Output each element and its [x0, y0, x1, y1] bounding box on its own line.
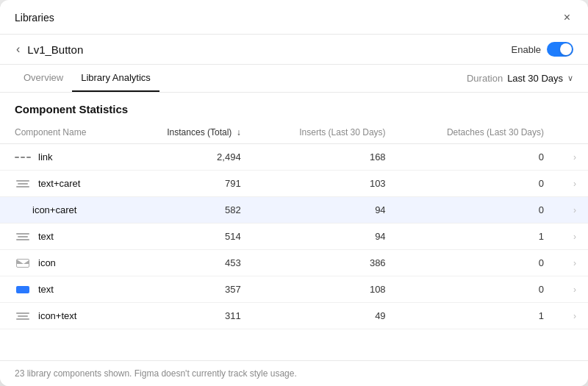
- duration-control[interactable]: Duration Last 30 Days ∨: [467, 73, 573, 84]
- row-chevron: ›: [559, 250, 588, 276]
- library-header-left: ‹ Lv1_Button: [15, 42, 83, 57]
- table-row[interactable]: text 357 108 0 ›: [0, 276, 588, 303]
- component-name-label: icon+text: [38, 310, 76, 321]
- cell-instances: 453: [126, 250, 256, 276]
- cell-inserts: 49: [256, 303, 401, 329]
- row-chevron: ›: [559, 197, 588, 224]
- cell-instances: 791: [126, 171, 256, 197]
- duration-label: Duration: [467, 73, 503, 84]
- section-title: Component Statistics: [0, 93, 588, 123]
- tabs: Overview Library Analytics: [15, 65, 159, 92]
- row-chevron: ›: [559, 224, 588, 250]
- col-inserts: Inserts (Last 30 Days): [256, 123, 401, 144]
- row-chevron: ›: [559, 144, 588, 171]
- component-name-label: text: [38, 231, 54, 242]
- tabs-row: Overview Library Analytics Duration Last…: [0, 65, 588, 93]
- cell-instances: 311: [126, 303, 256, 329]
- cell-detaches: 1: [401, 224, 559, 250]
- close-button[interactable]: ×: [561, 10, 573, 25]
- cell-instances: 582: [126, 197, 256, 224]
- cell-name: link: [0, 144, 126, 171]
- grid-icon: [15, 205, 25, 215]
- cell-detaches: 0: [401, 197, 559, 224]
- chevron-right-icon: ›: [573, 152, 576, 162]
- blue-rect-icon: [15, 285, 31, 295]
- cell-detaches: 1: [401, 303, 559, 329]
- table-row[interactable]: icon 453 386 0 ›: [0, 250, 588, 276]
- table-row[interactable]: icon+text 311 49 1 ›: [0, 303, 588, 329]
- col-instances[interactable]: Instances (Total) ↓: [126, 123, 256, 144]
- cell-instances: 357: [126, 276, 256, 303]
- component-name-label: text: [38, 284, 54, 295]
- library-header: ‹ Lv1_Button Enable: [0, 35, 588, 65]
- library-name: Lv1_Button: [27, 43, 83, 56]
- back-button[interactable]: ‹: [15, 42, 21, 57]
- lines-icon: [15, 232, 31, 242]
- link-icon: [15, 152, 31, 162]
- cell-detaches: 0: [401, 144, 559, 171]
- chevron-right-icon: ›: [573, 258, 576, 268]
- component-name-label: icon: [38, 257, 56, 268]
- cell-detaches: 0: [401, 250, 559, 276]
- cell-name: icon: [0, 250, 126, 276]
- cell-name: icon+caret: [0, 197, 126, 224]
- tab-overview[interactable]: Overview: [15, 65, 72, 92]
- table-row[interactable]: text 514 94 1 ›: [0, 224, 588, 250]
- chevron-right-icon: ›: [573, 205, 576, 215]
- cell-instances: 514: [126, 224, 256, 250]
- chevron-right-icon: ›: [573, 311, 576, 321]
- row-chevron: ›: [559, 276, 588, 303]
- cell-inserts: 108: [256, 276, 401, 303]
- enable-toggle[interactable]: [547, 42, 573, 57]
- chevron-right-icon: ›: [573, 232, 576, 242]
- component-name-label: link: [38, 151, 53, 162]
- cell-detaches: 0: [401, 171, 559, 197]
- library-header-right: Enable: [512, 42, 573, 57]
- sort-arrow-icon: ↓: [237, 127, 241, 137]
- component-table-container: Component Name Instances (Total) ↓ Inser…: [0, 123, 588, 360]
- footer-note: 23 library components shown. Figma doesn…: [0, 360, 588, 386]
- table-row[interactable]: icon+caret 582 94 0 ›: [0, 197, 588, 224]
- table-row[interactable]: link 2,494 168 0 ›: [0, 144, 588, 171]
- col-name: Component Name: [0, 123, 126, 144]
- cell-inserts: 386: [256, 250, 401, 276]
- table-row[interactable]: text+caret 791 103 0 ›: [0, 171, 588, 197]
- cell-inserts: 94: [256, 197, 401, 224]
- cell-name: text: [0, 224, 126, 250]
- cell-instances: 2,494: [126, 144, 256, 171]
- cell-inserts: 94: [256, 224, 401, 250]
- component-name-label: text+caret: [38, 178, 80, 189]
- lines-icon: [15, 311, 31, 321]
- tab-library-analytics[interactable]: Library Analytics: [72, 65, 159, 92]
- modal-title: Libraries: [15, 12, 54, 24]
- cell-inserts: 103: [256, 171, 401, 197]
- component-name-label: icon+caret: [32, 204, 76, 215]
- component-table: Component Name Instances (Total) ↓ Inser…: [0, 123, 588, 329]
- chevron-right-icon: ›: [573, 285, 576, 295]
- libraries-modal: Libraries × ‹ Lv1_Button Enable Overview…: [0, 0, 588, 386]
- cell-name: text: [0, 276, 126, 303]
- enable-label: Enable: [512, 44, 541, 55]
- chevron-down-icon: ∨: [567, 74, 573, 83]
- row-chevron: ›: [559, 303, 588, 329]
- cell-detaches: 0: [401, 276, 559, 303]
- cell-name: icon+text: [0, 303, 126, 329]
- chevron-right-icon: ›: [573, 179, 576, 189]
- row-chevron: ›: [559, 171, 588, 197]
- col-detaches: Detaches (Last 30 Days): [401, 123, 559, 144]
- cell-inserts: 168: [256, 144, 401, 171]
- lines-icon: [15, 179, 31, 189]
- cell-name: text+caret: [0, 171, 126, 197]
- modal-header: Libraries ×: [0, 0, 588, 35]
- envelope-icon: [15, 258, 31, 268]
- duration-value: Last 30 Days: [507, 73, 563, 84]
